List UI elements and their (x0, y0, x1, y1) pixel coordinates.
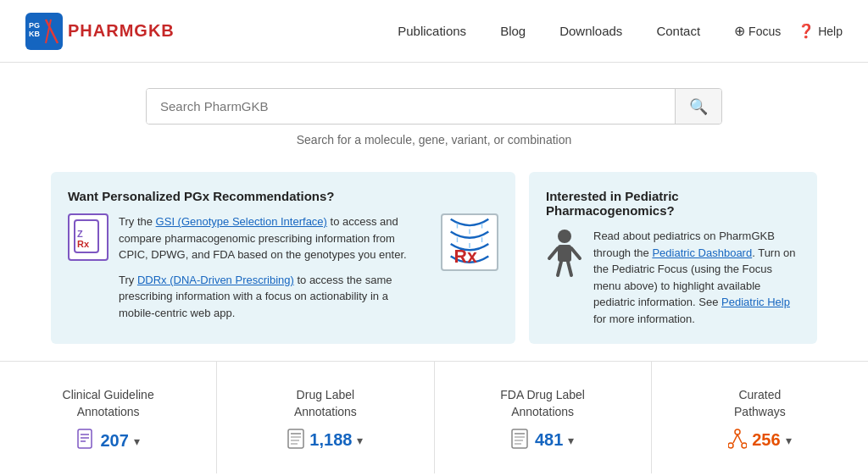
logo-text: PHARMGKB (68, 21, 175, 41)
pediatric-help-link[interactable]: Pediatric Help (721, 296, 790, 308)
stat-fda-arrow: ▾ (568, 434, 574, 447)
stat-pathways-icon (728, 429, 747, 451)
help-button[interactable]: ❓ Help (798, 23, 843, 39)
header-actions: ⊕ Focus ❓ Help (734, 23, 843, 39)
search-icon: 🔍 (689, 98, 708, 115)
stat-fda-value-row: 481 ▾ (511, 429, 574, 451)
stats-row: Clinical GuidelineAnnotations 207 ▾ Drug… (0, 361, 868, 473)
rx-dna-image: Rx (441, 213, 498, 271)
svg-line-19 (558, 262, 561, 275)
svg-line-18 (571, 248, 580, 258)
svg-point-15 (558, 230, 571, 243)
svg-line-39 (737, 434, 742, 443)
svg-line-17 (549, 248, 558, 258)
stat-drug-label-text: Drug LabelAnnotations (294, 387, 357, 420)
svg-point-35 (735, 429, 740, 434)
svg-rect-25 (288, 429, 303, 448)
stat-drug-icon (287, 429, 304, 451)
focus-button[interactable]: ⊕ Focus (734, 23, 781, 39)
stat-clinical-guideline[interactable]: Clinical GuidelineAnnotations 207 ▾ (0, 362, 217, 473)
pediatric-card-body: Read about pediatrics on PharmGKB throug… (546, 228, 800, 327)
pgx-card-title: Want Personalized PGx Recommendations? (68, 189, 498, 203)
nav-downloads[interactable]: Downloads (559, 24, 622, 38)
search-bar: 🔍 (146, 88, 722, 125)
stat-clinical-label: Clinical GuidelineAnnotations (63, 387, 154, 420)
stat-clinical-value-row: 207 ▾ (76, 429, 139, 453)
nav-blog[interactable]: Blog (500, 24, 526, 38)
svg-point-37 (742, 443, 747, 448)
nav-contact[interactable]: Contact (656, 24, 700, 38)
stat-clinical-icon (76, 429, 95, 453)
svg-rect-16 (558, 245, 571, 262)
stat-clinical-number: 207 (100, 431, 128, 451)
stat-drug-value-row: 1,188 ▾ (287, 429, 363, 451)
svg-text:Rx: Rx (77, 239, 90, 249)
pediatric-dashboard-link[interactable]: Pediatric Dashboard (652, 246, 752, 259)
svg-rect-30 (512, 429, 527, 448)
search-hint: Search for a molecule, gene, variant, or… (297, 133, 572, 147)
pgx-card-body: Z Rx Try the GSI (Genotype Selection Int… (68, 213, 498, 321)
stat-fda-icon (511, 429, 530, 451)
search-input[interactable] (147, 89, 675, 124)
stat-fda-label-text: FDA Drug LabelAnnotations (500, 387, 585, 420)
svg-text:Z: Z (77, 229, 83, 239)
logo[interactable]: PG KB PHARMGKB (25, 13, 175, 50)
nav-publications[interactable]: Publications (398, 24, 466, 38)
pgx-card-text: Try the GSI (Genotype Selection Interfac… (119, 213, 422, 321)
search-section: 🔍 Search for a molecule, gene, variant, … (0, 63, 868, 163)
svg-text:Rx: Rx (454, 246, 477, 267)
pgx-card: Want Personalized PGx Recommendations? Z… (51, 172, 515, 344)
stat-fda-label[interactable]: FDA Drug LabelAnnotations 481 ▾ (435, 362, 652, 473)
stat-pathways-label: CuratedPathways (734, 387, 786, 420)
stat-pathways-value-row: 256 ▾ (728, 429, 791, 451)
svg-text:PG: PG (29, 21, 40, 30)
pediatric-person-icon (546, 228, 583, 279)
main-nav: Publications Blog Downloads Contact (398, 24, 700, 38)
stat-clinical-arrow: ▾ (134, 434, 140, 448)
header: PG KB PHARMGKB Publications Blog Downloa… (0, 0, 868, 63)
stat-pathways-number: 256 (752, 430, 780, 450)
stat-drug-label[interactable]: Drug LabelAnnotations 1,188 ▾ (217, 362, 434, 473)
gsi-icon: Z Rx (68, 213, 108, 261)
stat-pathways[interactable]: CuratedPathways 256 ▾ (652, 362, 868, 473)
stat-pathways-arrow: ▾ (786, 434, 792, 447)
svg-line-20 (568, 262, 571, 275)
pediatric-card-title: Interested in Pediatric Pharmacogenomics… (546, 189, 800, 218)
pediatric-card-text: Read about pediatrics on PharmGKB throug… (593, 228, 800, 327)
gsi-link[interactable]: GSI (Genotype Selection Interface) (156, 215, 327, 228)
svg-point-36 (728, 443, 733, 448)
pediatric-card: Interested in Pediatric Pharmacogenomics… (529, 172, 817, 344)
svg-line-38 (733, 434, 737, 443)
help-icon: ❓ (798, 23, 815, 39)
focus-icon: ⊕ (734, 23, 745, 39)
search-button[interactable]: 🔍 (675, 89, 721, 124)
cards-row: Want Personalized PGx Recommendations? Z… (0, 163, 868, 361)
stat-drug-arrow: ▾ (357, 434, 363, 447)
svg-text:KB: KB (29, 30, 40, 38)
stat-fda-number: 481 (535, 430, 563, 450)
ddrx-link[interactable]: DDRx (DNA-Driven Prescribing) (137, 274, 294, 286)
svg-rect-21 (78, 429, 92, 448)
stat-drug-number: 1,188 (309, 430, 352, 450)
